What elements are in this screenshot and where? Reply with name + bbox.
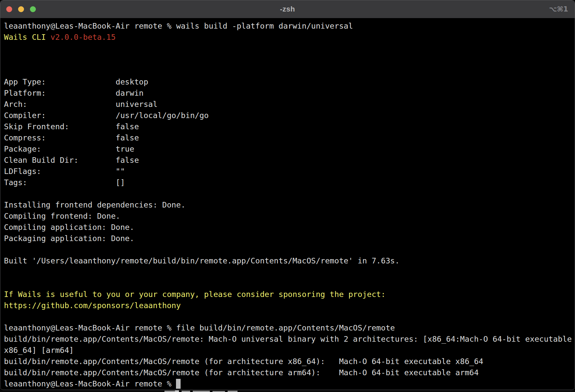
terminal-text-segment: Installing frontend dependencies: Done. [4,200,186,209]
terminal-text-segment: x86_64] [arm64] [4,346,74,355]
terminal-text-segment: Wails CLI [4,33,50,42]
keyboard-shortcut-badge: ⌥⌘1 [549,0,568,18]
sliver-fragment [193,391,210,392]
terminal-line: leaanthony@Leas-MacBook-Air remote % [4,378,575,389]
terminal-text-segment: Compiler: /usr/local/go/bin/go [4,111,209,120]
terminal-line [4,244,575,255]
terminal-line: build/bin/remote.app/Contents/MacOS/remo… [4,333,575,345]
terminal-line: If Wails is useful to you or your compan… [4,289,575,300]
terminal-line: Tags: [] [4,177,575,188]
terminal-text-segment: Clean Build Dir: false [4,156,139,165]
window-title: -zsh [280,5,295,13]
traffic-lights [6,0,36,18]
terminal-line: build/bin/remote.app/Contents/MacOS/remo… [4,367,575,378]
terminal-text-segment: Compress: false [4,133,139,142]
sponsor-link[interactable]: https://github.com/sponsors/leaanthony [4,301,181,310]
terminal-line: Package: true [4,143,575,155]
minimize-button[interactable] [18,6,24,12]
terminal-line [4,311,575,322]
sliver-fragment [164,391,176,392]
background-window-sliver [0,390,575,392]
terminal-line: Clean Build Dir: false [4,155,575,166]
terminal-text-segment: leaanthony@Leas-MacBook-Air remote % [4,379,176,388]
terminal-text-segment: leaanthony@Leas-MacBook-Air remote % fil… [4,323,395,332]
terminal-line: leaanthony@Leas-MacBook-Air remote % fil… [4,322,575,333]
terminal-line: App Type: desktop [4,76,575,87]
zoom-button[interactable] [30,6,36,12]
terminal-line [4,278,575,289]
terminal-line: Compress: false [4,132,575,143]
terminal-line [4,54,575,65]
terminal-text-segment: Packaging application: Done. [4,234,134,243]
terminal-line: LDFlags: "" [4,166,575,177]
terminal-line: Wails CLI v2.0.0-beta.15 [4,32,575,43]
terminal-line: Installing frontend dependencies: Done. [4,199,575,210]
terminal-line: Platform: darwin [4,87,575,99]
terminal-text-segment: v2.0.0-beta.15 [50,33,115,42]
terminal-text-segment: Arch: universal [4,100,158,109]
terminal-line: Built '/Users/leaanthony/remote/build/bi… [4,255,575,266]
terminal-text-segment: Compiling frontend: Done. [4,211,120,221]
terminal-text-segment: Built '/Users/leaanthony/remote/build/bi… [4,256,400,265]
terminal-text-segment: App Type: desktop [4,77,148,86]
terminal-line [4,188,575,199]
terminal-line: leaanthony@Leas-MacBook-Air remote % wai… [4,20,575,32]
terminal-line: Arch: universal [4,99,575,110]
terminal-text-segment: build/bin/remote.app/Contents/MacOS/remo… [4,357,483,366]
terminal-output: leaanthony@Leas-MacBook-Air remote % wai… [4,20,575,389]
terminal-text-segment: Platform: darwin [4,88,143,98]
terminal-line: https://github.com/sponsors/leaanthony [4,300,575,311]
terminal-line [4,266,575,278]
terminal-text-segment: If Wails is useful to you or your compan… [4,290,386,299]
sliver-fragment [175,390,179,392]
terminal-window: -zsh ⌥⌘1 leaanthony@Leas-MacBook-Air rem… [0,0,575,390]
terminal-line: Compiling frontend: Done. [4,210,575,222]
close-button[interactable] [6,6,12,12]
terminal-text-segment: Skip Frontend: false [4,122,139,131]
terminal-text-segment: leaanthony@Leas-MacBook-Air remote % wai… [4,21,353,31]
terminal-line: Compiler: /usr/local/go/bin/go [4,110,575,121]
terminal-text-segment: Package: true [4,144,134,154]
sliver-fragment [228,391,238,392]
terminal-text-segment: build/bin/remote.app/Contents/MacOS/remo… [4,334,572,344]
terminal-line: Compiling application: Done. [4,222,575,233]
terminal-line: Packaging application: Done. [4,233,575,244]
terminal-line [4,43,575,54]
terminal-text-segment: LDFlags: "" [4,167,125,176]
terminal-cursor [176,379,181,389]
terminal-line: build/bin/remote.app/Contents/MacOS/remo… [4,356,575,367]
terminal-line: x86_64] [arm64] [4,345,575,356]
terminal-content[interactable]: leaanthony@Leas-MacBook-Air remote % wai… [0,18,575,389]
titlebar[interactable]: -zsh ⌥⌘1 [0,0,575,18]
terminal-line: Skip Frontend: false [4,121,575,132]
terminal-line [4,65,575,76]
terminal-text-segment: Tags: [] [4,178,125,187]
terminal-text-segment: Compiling application: Done. [4,223,134,232]
terminal-text-segment: build/bin/remote.app/Contents/MacOS/remo… [4,368,479,377]
sliver-fragment [182,391,190,392]
